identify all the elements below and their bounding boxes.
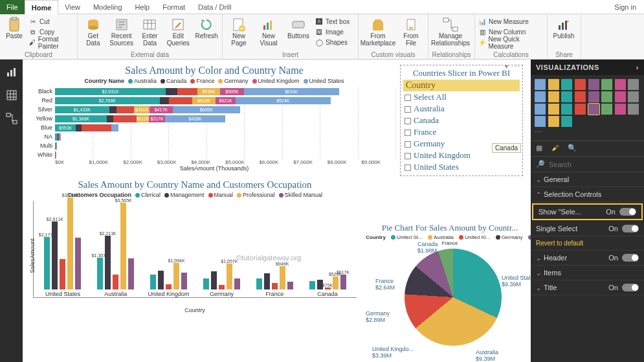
viz-type-icon[interactable] <box>628 79 639 90</box>
viz-type-icon[interactable] <box>575 79 586 90</box>
chart-clustered-column[interactable]: Sales Amount by Country Name and Custome… <box>33 179 357 313</box>
search-input[interactable] <box>549 161 639 168</box>
viz-type-icon[interactable] <box>575 104 586 115</box>
report-view-button[interactable] <box>3 63 20 80</box>
new-visual-button[interactable]: New Visual <box>255 17 282 49</box>
format-property-row[interactable]: ⌄Items <box>531 266 644 280</box>
viz-type-icon[interactable] <box>548 116 559 127</box>
column-bar: $617K <box>340 275 346 289</box>
get-data-button[interactable]: Get Data <box>80 17 106 49</box>
new-measure-button[interactable]: 📊New Measure <box>478 17 544 27</box>
format-property-row[interactable]: ⌄General <box>531 172 644 187</box>
slicer-countries[interactable]: ▾ ⋯ Countries Slicer in Power BI Country… <box>400 65 523 176</box>
enter-data-button[interactable]: Enter Data <box>137 17 163 49</box>
from-marketplace-button[interactable]: From Marketplace <box>361 17 395 49</box>
viz-type-icon[interactable] <box>561 116 572 127</box>
toggle-switch[interactable] <box>622 284 639 291</box>
format-property-row[interactable]: Show "Sele...On <box>532 203 643 220</box>
viz-type-icon[interactable] <box>588 104 599 115</box>
enter-data-icon <box>142 17 157 32</box>
model-view-button[interactable] <box>3 110 20 127</box>
viz-type-icon[interactable] <box>601 91 612 102</box>
viz-type-icon[interactable] <box>535 116 546 127</box>
refresh-button[interactable]: Refresh <box>194 17 219 49</box>
new-visual-icon <box>261 17 276 32</box>
viz-type-icon[interactable] <box>561 79 572 90</box>
buttons-button[interactable]: Buttons <box>285 17 312 49</box>
visual-options-button[interactable]: ▾ ⋯ <box>505 63 520 70</box>
edit-queries-icon <box>170 17 186 32</box>
analytics-tab-icon[interactable]: 🔍 <box>568 144 577 152</box>
column-bar <box>219 285 225 289</box>
publish-button[interactable]: Publish <box>550 17 577 49</box>
new-page-button[interactable]: New Page <box>225 17 252 49</box>
viz-type-icon[interactable] <box>615 79 626 90</box>
format-property-row[interactable]: ⌃Selection Controls <box>531 187 644 202</box>
tab-help[interactable]: Help <box>129 0 157 14</box>
viz-type-icon[interactable] <box>561 104 572 115</box>
viz-type-icon[interactable] <box>548 91 559 102</box>
sign-in-link[interactable]: Sign in <box>606 3 644 11</box>
viz-type-icon[interactable] <box>615 91 626 102</box>
tab-data-drill[interactable]: Data / Drill <box>192 0 238 14</box>
chart-pie[interactable]: Pie Chart For Sales Amount by Countr... … <box>359 223 531 346</box>
file-menu[interactable]: File <box>0 0 25 14</box>
format-tab-icon[interactable]: 🖌 <box>551 144 559 152</box>
slicer-item[interactable]: France <box>403 126 520 138</box>
fields-tab-icon[interactable]: ▦ <box>536 144 542 152</box>
viz-type-icon[interactable] <box>588 79 599 90</box>
chart-stacked-bar[interactable]: Sales Amount by Color and Country Name C… <box>33 65 395 172</box>
tab-modeling[interactable]: Modeling <box>87 0 129 14</box>
format-property-row[interactable]: ⌄TitleOn <box>531 280 644 295</box>
format-search[interactable]: 🔎 <box>531 157 644 172</box>
toggle-switch[interactable] <box>622 254 639 262</box>
share-caption: Share <box>550 51 578 59</box>
visualizations-header[interactable]: VISUALIZATIONS › <box>531 60 644 75</box>
data-view-button[interactable] <box>3 87 20 104</box>
shapes-button[interactable]: ◯Shapes <box>315 38 350 47</box>
column-bar: $3,789K <box>67 198 73 289</box>
viz-type-icon[interactable] <box>535 91 546 102</box>
viz-type-icon[interactable] <box>601 104 612 115</box>
slicer-item[interactable]: Select All <box>403 91 520 103</box>
format-property-row[interactable]: Revert to default <box>531 236 644 251</box>
tab-view[interactable]: View <box>58 0 87 14</box>
column-bar: $1,307K <box>97 258 103 289</box>
viz-type-icon[interactable] <box>628 104 639 115</box>
viz-type-icon[interactable] <box>588 91 599 102</box>
toggle-switch[interactable] <box>622 225 639 232</box>
toggle-switch[interactable] <box>619 208 636 216</box>
new-quick-measure-button[interactable]: ⚡New Quick Measure <box>478 38 544 47</box>
viz-type-icon[interactable] <box>561 91 572 102</box>
more-visuals-icon[interactable]: ⋯ <box>535 128 547 137</box>
from-file-button[interactable]: From File <box>397 17 425 49</box>
format-painter-button[interactable]: 🖌Format Painter <box>28 38 74 47</box>
refresh-icon <box>199 17 214 32</box>
viz-type-icon[interactable] <box>628 91 639 102</box>
paste-button[interactable]: Paste <box>3 17 26 49</box>
pie-title: Pie Chart For Sales Amount by Countr... <box>359 223 531 233</box>
manage-relationships-button[interactable]: Manage Relationships <box>431 17 470 49</box>
format-property-row[interactable]: ⌄HeaderOn <box>531 251 644 266</box>
viz-type-icon[interactable] <box>575 91 586 102</box>
viz-type-icon[interactable] <box>535 104 546 115</box>
hbar-row: Red$2,769K$610K$621K$524K <box>33 96 395 105</box>
report-canvas[interactable]: Sales Amount by Color and Country Name C… <box>23 60 531 362</box>
recent-sources-button[interactable]: Recent Sources <box>109 17 135 49</box>
tab-format[interactable]: Format <box>156 0 192 14</box>
textbox-button[interactable]: 🅰Text box <box>315 17 350 27</box>
viz-type-icon[interactable] <box>601 79 612 90</box>
slicer-item[interactable]: United States <box>403 161 520 173</box>
viz-type-icon[interactable] <box>615 104 626 115</box>
viz-type-icon[interactable] <box>548 104 559 115</box>
cut-button[interactable]: ✂Cut <box>28 17 74 27</box>
image-button[interactable]: 🖼Image <box>315 27 350 37</box>
edit-queries-button[interactable]: Edit Queries <box>165 17 191 49</box>
slicer-item[interactable]: Canada <box>403 115 520 126</box>
slicer-item[interactable]: Australia <box>403 103 520 115</box>
viz-type-icon[interactable] <box>548 79 559 90</box>
format-property-row[interactable]: Single SelectOn <box>531 221 644 236</box>
tab-home[interactable]: Home <box>25 0 59 14</box>
viz-type-icon[interactable] <box>535 79 546 90</box>
column-bar <box>113 275 118 289</box>
